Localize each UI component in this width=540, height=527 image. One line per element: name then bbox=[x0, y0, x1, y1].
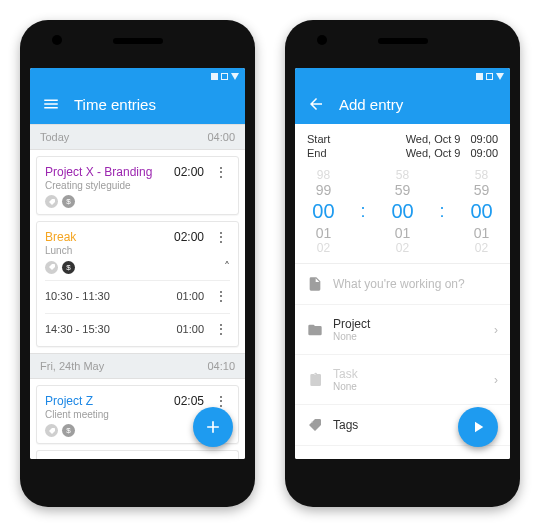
entry-card[interactable]: Project X - Branding 02:00 ⋮ Creating st… bbox=[36, 156, 239, 215]
tag-icon bbox=[45, 424, 58, 437]
billable-icon: $ bbox=[62, 261, 75, 274]
page-title: Time entries bbox=[74, 96, 156, 113]
phone-left: Time entries Today 04:00 Project X - Bra… bbox=[20, 20, 255, 507]
subentry-duration: 01:00 bbox=[176, 290, 204, 302]
page-title: Add entry bbox=[339, 96, 403, 113]
section-header: Fri, 24th May 04:10 bbox=[30, 353, 245, 379]
app-bar: Add entry bbox=[295, 84, 510, 124]
status-icon bbox=[476, 73, 483, 80]
end-date: Wed, Oct 9 bbox=[406, 147, 461, 159]
start-date: Wed, Oct 9 bbox=[406, 133, 461, 145]
picker-separator: : bbox=[360, 201, 365, 222]
clipboard-icon bbox=[307, 372, 333, 388]
phone-right: Add entry Start Wed, Oct 9 09:00 End Wed… bbox=[285, 20, 520, 507]
more-icon[interactable]: ⋮ bbox=[212, 165, 230, 179]
picker-separator: : bbox=[440, 201, 445, 222]
status-bar bbox=[295, 68, 510, 84]
chevron-right-icon: › bbox=[494, 323, 498, 337]
entry-duration: 02:00 bbox=[174, 230, 204, 244]
entry-duration: 02:00 bbox=[174, 165, 204, 179]
status-bar bbox=[30, 68, 245, 84]
more-icon[interactable]: ⋮ bbox=[212, 394, 230, 408]
time-range[interactable]: Start Wed, Oct 9 09:00 End Wed, Oct 9 09… bbox=[295, 124, 510, 164]
tag-icon bbox=[307, 417, 333, 433]
description-field[interactable]: What you're working on? bbox=[295, 264, 510, 305]
status-icon bbox=[211, 73, 218, 80]
status-icon bbox=[496, 73, 504, 80]
entry-duration: 02:05 bbox=[174, 394, 204, 408]
entry-title: Break bbox=[45, 230, 76, 244]
seconds-wheel[interactable]: 58 59 00 01 02 bbox=[459, 168, 505, 255]
more-icon[interactable]: ⋮ bbox=[212, 289, 230, 303]
task-value: None bbox=[333, 381, 494, 392]
minutes-wheel[interactable]: 58 59 00 01 02 bbox=[380, 168, 426, 255]
task-label: Task bbox=[333, 367, 494, 381]
start-label: Start bbox=[307, 133, 330, 145]
screen-left: Time entries Today 04:00 Project X - Bra… bbox=[30, 68, 245, 459]
tag-icon bbox=[45, 195, 58, 208]
more-icon[interactable]: ⋮ bbox=[212, 230, 230, 244]
billable-icon: $ bbox=[62, 424, 75, 437]
task-field: Task None › bbox=[295, 355, 510, 405]
end-time: 09:00 bbox=[470, 147, 498, 159]
folder-icon bbox=[307, 322, 333, 338]
section-total: 04:10 bbox=[207, 360, 235, 372]
entry-card[interactable]: Super app 01:03 ⋮ Fixing bug #2321 bbox=[36, 450, 239, 459]
back-icon[interactable] bbox=[305, 95, 327, 113]
section-label: Today bbox=[40, 131, 69, 143]
billable-icon: $ bbox=[62, 195, 75, 208]
subentry-row[interactable]: 10:30 - 11:30 01:00 ⋮ bbox=[45, 280, 230, 307]
section-total: 04:00 bbox=[207, 131, 235, 143]
entry-title: Project Z bbox=[45, 394, 93, 408]
project-field[interactable]: Project None › bbox=[295, 305, 510, 355]
description-placeholder: What you're working on? bbox=[333, 277, 498, 291]
end-label: End bbox=[307, 147, 327, 159]
subentry-row[interactable]: 14:30 - 15:30 01:00 ⋮ bbox=[45, 313, 230, 340]
status-icon bbox=[486, 73, 493, 80]
subentry-range: 14:30 - 15:30 bbox=[45, 323, 110, 335]
screen-right: Add entry Start Wed, Oct 9 09:00 End Wed… bbox=[295, 68, 510, 459]
note-icon bbox=[307, 276, 333, 292]
entry-card[interactable]: Break 02:00 ⋮ Lunch $ ˄ bbox=[36, 221, 239, 347]
collapse-icon[interactable]: ˄ bbox=[224, 260, 230, 274]
start-time: 09:00 bbox=[470, 133, 498, 145]
subentry-range: 10:30 - 11:30 bbox=[45, 290, 110, 302]
duration-picker[interactable]: 98 99 00 01 02 : 58 59 00 01 02 : 58 5 bbox=[295, 164, 510, 264]
app-bar: Time entries bbox=[30, 84, 245, 124]
project-value: None bbox=[333, 331, 494, 342]
hours-wheel[interactable]: 98 99 00 01 02 bbox=[300, 168, 346, 255]
entry-subtitle: Creating styleguide bbox=[45, 180, 230, 191]
start-timer-fab[interactable] bbox=[458, 407, 498, 447]
section-label: Fri, 24th May bbox=[40, 360, 104, 372]
subentry-duration: 01:00 bbox=[176, 323, 204, 335]
more-icon[interactable]: ⋮ bbox=[212, 322, 230, 336]
menu-icon[interactable] bbox=[40, 95, 62, 113]
entry-title: Project X - Branding bbox=[45, 165, 152, 179]
status-icon bbox=[221, 73, 228, 80]
chevron-right-icon: › bbox=[494, 373, 498, 387]
section-header: Today 04:00 bbox=[30, 124, 245, 150]
project-label: Project bbox=[333, 317, 494, 331]
tag-icon bbox=[45, 261, 58, 274]
add-entry-fab[interactable] bbox=[193, 407, 233, 447]
entry-subtitle: Lunch bbox=[45, 245, 230, 256]
status-icon bbox=[231, 73, 239, 80]
